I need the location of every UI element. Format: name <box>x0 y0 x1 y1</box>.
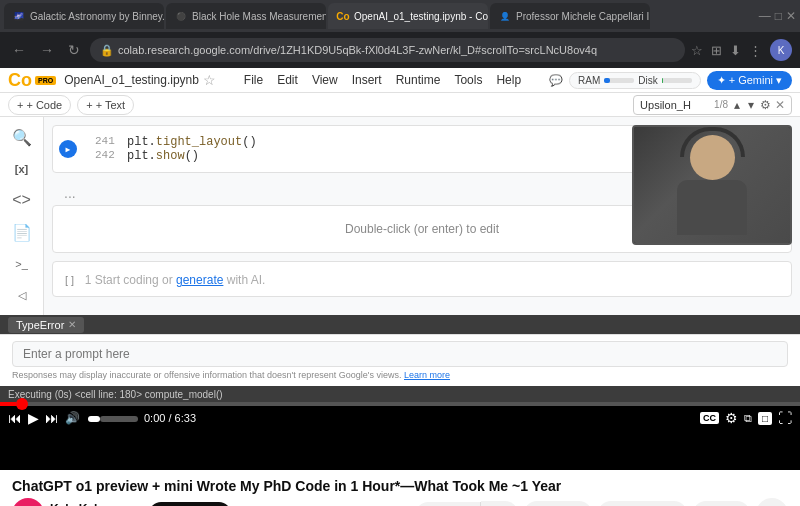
empty-cell-label: Double-click (or enter) to edit <box>345 222 499 236</box>
notebook-title[interactable]: OpenAI_o1_testing.ipynb ☆ <box>64 72 216 88</box>
gemini-label: + Gemini <box>729 74 773 86</box>
tab-colab[interactable]: Co OpenAI_o1_testing.ipynb - Co... ✕ <box>328 3 488 29</box>
notebook-star-icon[interactable]: ☆ <box>203 72 216 88</box>
tab-professor[interactable]: 👤 Professor Michele Cappellari I... ✕ <box>490 3 650 29</box>
extensions-icon[interactable]: ⊞ <box>711 43 722 58</box>
volume-btn[interactable]: 🔊 <box>65 411 80 425</box>
volume-slider-track[interactable] <box>88 413 138 424</box>
menu-help[interactable]: Help <box>490 71 527 89</box>
learn-more-link[interactable]: Learn more <box>404 370 450 380</box>
person-body <box>677 180 747 235</box>
webcam-person <box>634 127 790 243</box>
disk-label: Disk <box>638 75 657 86</box>
more-icon[interactable]: ⋮ <box>749 43 762 58</box>
menu-tools[interactable]: Tools <box>448 71 488 89</box>
error-tab-type-error[interactable]: TypeError ✕ <box>8 317 84 333</box>
progress-filled <box>0 402 16 406</box>
subscribe-btn[interactable]: Subscribe <box>149 502 231 506</box>
clip-btn[interactable]: ✂ Clip <box>693 501 750 506</box>
find-settings-icon[interactable]: ⚙ <box>760 98 771 112</box>
skip-fwd-btn[interactable]: ⏭ <box>45 410 59 426</box>
svg-rect-0 <box>88 416 100 422</box>
minimize-btn[interactable]: — <box>759 9 771 23</box>
main-area: 🔍 [x] <> 📄 >_ ◁ ▶ 241 plt.tight_layout() <box>0 117 800 315</box>
gemini-btn[interactable]: ✦ + Gemini ▾ <box>707 71 792 90</box>
channel-name[interactable]: Kyle Kabasares <box>50 502 139 507</box>
sidebar-terminal-icon[interactable]: >_ <box>6 252 38 276</box>
progress-dot <box>16 398 28 410</box>
like-btn[interactable]: 👍 1.5K <box>416 502 481 506</box>
channel-avatar[interactable]: K <box>12 498 44 506</box>
add-code-label: + Code <box>26 99 62 111</box>
find-close-btn[interactable]: ✕ <box>775 98 785 112</box>
notebook-content[interactable]: ▶ 241 plt.tight_layout() 242 plt.show() <box>44 117 800 315</box>
menu-edit[interactable]: Edit <box>271 71 304 89</box>
menu-view[interactable]: View <box>306 71 344 89</box>
add-text-btn[interactable]: + + Text <box>77 95 134 115</box>
status-text: Executing (0s) <cell line: 180> compute_… <box>8 389 223 400</box>
disclaimer-text: Responses may display inaccurate or offe… <box>12 370 788 380</box>
bracket-indicator: [ ] <box>65 274 74 286</box>
address-bar[interactable]: 🔒 colab.research.google.com/drive/1ZH1KD… <box>90 38 685 62</box>
video-progress-bar[interactable] <box>0 402 800 406</box>
colab-co-text: Co <box>8 70 32 91</box>
sidebar-files-icon[interactable]: 📄 <box>6 220 38 244</box>
find-bar[interactable]: 1/8 ▴ ▾ ⚙ ✕ <box>633 95 792 115</box>
chevron-down-icon: ▾ <box>776 74 782 87</box>
tab-favicon-blackhole: ⚫ <box>174 9 188 23</box>
tab-blackhole[interactable]: ⚫ Black Hole Mass Measuremen... ✕ <box>166 3 326 29</box>
error-close-icon[interactable]: ✕ <box>68 319 76 330</box>
close-window-btn[interactable]: ✕ <box>786 9 796 23</box>
refresh-btn[interactable]: ↻ <box>64 40 84 60</box>
menu-insert[interactable]: Insert <box>346 71 388 89</box>
below-video-section: ChatGPT o1 preview + mini Wrote My PhD C… <box>0 470 800 506</box>
tab-galactic[interactable]: 🌌 Galactic Astronomy by Binney... ✕ <box>4 3 164 29</box>
comments-icon[interactable]: 💬 <box>549 74 563 87</box>
sidebar-variable-icon[interactable]: [x] <box>6 157 38 181</box>
generate-link[interactable]: generate <box>176 273 223 287</box>
code-line-241: 241 plt.tight_layout() <box>95 135 257 149</box>
theater-btn[interactable]: □ <box>758 412 772 425</box>
find-count: 1/8 <box>714 99 728 110</box>
download-btn[interactable]: ⬇ Download <box>598 501 687 506</box>
disclaimer-content: Responses may display inaccurate or offe… <box>12 370 401 380</box>
cc-btn[interactable]: CC <box>700 412 719 424</box>
play-btn[interactable]: ▶ <box>28 410 39 426</box>
tab-label-blackhole: Black Hole Mass Measuremen... <box>192 11 326 22</box>
back-btn[interactable]: ← <box>8 40 30 60</box>
profile-avatar[interactable]: K <box>770 39 792 61</box>
pip-btn[interactable]: ⧉ <box>744 412 752 425</box>
colab-header: Co PRO OpenAI_o1_testing.ipynb ☆ File Ed… <box>0 68 800 93</box>
video-controls: ⏮ ▶ ⏭ 🔊 0:00 / 6:33 CC ⚙ ⧉ □ ⛶ <box>0 406 800 430</box>
more-actions-btn[interactable]: ••• <box>756 498 788 506</box>
fullscreen-btn[interactable]: ⛶ <box>778 410 792 426</box>
current-time: 0:00 <box>144 412 165 424</box>
forward-btn[interactable]: → <box>36 40 58 60</box>
line-num-241: 241 <box>95 135 119 149</box>
add-code-btn[interactable]: + + Code <box>8 95 71 115</box>
sidebar-left-arrow-icon[interactable]: ◁ <box>6 284 38 308</box>
ram-disk-widget[interactable]: RAM Disk <box>569 72 701 89</box>
sidebar-search-icon[interactable]: 🔍 <box>6 125 38 149</box>
bookmark-icon[interactable]: ☆ <box>691 43 703 58</box>
menu-file[interactable]: File <box>238 71 269 89</box>
skip-back-btn[interactable]: ⏮ <box>8 410 22 426</box>
add-text-icon: + <box>86 99 92 111</box>
prompt-input[interactable] <box>12 341 788 367</box>
new-code-cell[interactable]: [ ] 1 Start coding or generate with AI. <box>52 261 792 297</box>
tab-favicon-colab: Co <box>336 9 350 23</box>
share-btn[interactable]: ↗ Share <box>524 501 592 506</box>
video-settings-icon[interactable]: ⚙ <box>725 410 738 426</box>
find-prev-btn[interactable]: ▴ <box>732 98 742 112</box>
download-icon[interactable]: ⬇ <box>730 43 741 58</box>
find-input[interactable] <box>640 99 710 111</box>
notebook-title-text: OpenAI_o1_testing.ipynb <box>64 73 199 87</box>
maximize-btn[interactable]: □ <box>775 9 782 23</box>
dislike-btn[interactable]: 👎 <box>481 501 518 506</box>
run-cell-btn[interactable]: ▶ <box>59 140 77 158</box>
person-head <box>690 135 735 180</box>
browser-toolbar-icons: ☆ ⊞ ⬇ ⋮ K <box>691 39 792 61</box>
sidebar-code-icon[interactable]: <> <box>6 189 38 213</box>
menu-runtime[interactable]: Runtime <box>390 71 447 89</box>
find-next-btn[interactable]: ▾ <box>746 98 756 112</box>
